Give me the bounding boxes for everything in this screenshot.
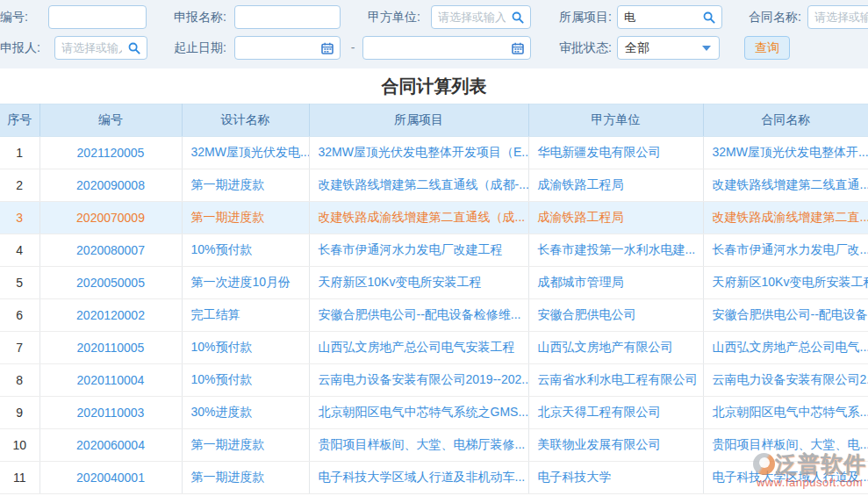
page-title: 合同计算列表 [0,68,868,104]
table-row[interactable]: 112020040001第一期进度款电子科技大学区域人行道及非机动车...电子科… [0,462,868,494]
table-body: 1202112000532MW屋顶光伏发电...32MW屋顶光伏发电整体开发项目… [0,137,868,494]
table-row[interactable]: 1202112000532MW屋顶光伏发电...32MW屋顶光伏发电整体开发项目… [0,137,868,169]
cell-design: 第一期进度款 [182,169,309,202]
cell-contract: 北京朝阳区电气中芯特气系... [703,397,868,429]
cell-code[interactable]: 2020090008 [39,169,182,202]
search-icon[interactable] [128,42,140,54]
cell-party: 安徽合肥供电公司 [528,299,703,332]
cell-no: 4 [0,234,39,267]
cell-code[interactable]: 2020060004 [39,429,182,462]
cell-design: 完工结算 [182,299,309,332]
cell-no: 5 [0,267,39,299]
cell-party: 成都城市管理局 [528,267,703,299]
cell-project: 云南电力设备安装有限公司2019--202... [309,364,528,397]
calendar-icon[interactable] [512,42,524,54]
report-no-label: 申报编号: [0,5,28,29]
report-no-field-wrap [48,5,147,29]
cell-project: 改建铁路成渝线增建第二直通线（成... [309,202,528,234]
table-row[interactable]: 22020090008第一期进度款改建铁路线增建第二线直通线（成都-...成渝铁… [0,169,868,202]
column-header-project: 所属项目 [309,104,528,137]
cell-contract: 安徽合肥供电公司--配电设备... [703,299,868,332]
table-row[interactable]: 7202011000510%预付款山西弘文房地产总公司电气安装工程山西弘文房地产… [0,332,868,364]
filter-bar: 申报编号: 申报名称: 甲方单位: 所属项目: 合同名称: 申报人: 起止日期: [0,0,868,68]
table-header-row: 序号 编号 设计名称 所属项目 甲方单位 合同名称 [0,104,868,137]
party-field-wrap [431,5,531,29]
table-row[interactable]: 9202011000330%进度款北京朝阳区电气中芯特气系统之GMS...北京天… [0,397,868,429]
cell-code[interactable]: 2020050005 [39,267,182,299]
contract-table: 序号 编号 设计名称 所属项目 甲方单位 合同名称 1202112000532M… [0,104,868,494]
contract-input[interactable] [808,11,868,24]
cell-project: 改建铁路线增建第二线直通线（成都-... [309,169,528,202]
cell-no: 8 [0,364,39,397]
party-input[interactable] [432,11,512,24]
cell-no: 3 [0,202,39,234]
cell-project: 贵阳项目样板间、大堂、电梯厅装修... [309,429,528,462]
approval-status-select[interactable]: 全部 [617,36,720,60]
cell-party: 美联物业发展有限公司 [528,429,703,462]
cell-design: 10%预付款 [182,332,309,364]
date-range-separator: - [348,36,358,60]
column-header-no: 序号 [0,104,39,137]
cell-no: 2 [0,169,39,202]
date-range-label: 起止日期: [174,36,226,60]
applicant-field-wrap [54,36,147,60]
cell-party: 电子科技大学 [528,462,703,494]
report-no-input[interactable] [49,11,146,24]
cell-party: 华电新疆发电有限公司 [528,137,703,169]
cell-no: 9 [0,397,39,429]
cell-code[interactable]: 2021120005 [39,137,182,169]
cell-project: 电子科技大学区域人行道及非机动车... [309,462,528,494]
cell-no: 7 [0,332,39,364]
search-icon[interactable] [512,11,524,24]
decl-name-input[interactable] [235,11,340,24]
cell-no: 10 [0,429,39,462]
cell-contract: 改建铁路线增建第二线直通... [703,169,868,202]
decl-name-field-wrap [234,5,341,29]
cell-design: 第一期进度款 [182,462,309,494]
applicant-label: 申报人: [0,36,40,60]
cell-contract: 云南电力设备安装有限公司2... [703,364,868,397]
chevron-down-icon [702,46,711,51]
cell-code[interactable]: 2020110003 [39,397,182,429]
project-input[interactable] [618,11,703,24]
cell-party: 云南省水利水电工程有限公司 [528,364,703,397]
cell-party: 成渝铁路工程局 [528,169,703,202]
query-button[interactable]: 查询 [744,36,790,60]
table-row[interactable]: 102020060004第一期进度款贵阳项目样板间、大堂、电梯厅装修...美联物… [0,429,868,462]
cell-contract: 贵阳项目样板间、大堂、电... [703,429,868,462]
cell-party: 长春市建投第一水利水电建... [528,234,703,267]
search-icon[interactable] [703,11,715,24]
cell-code[interactable]: 2020110005 [39,332,182,364]
date-end-input[interactable] [363,41,512,54]
table-row[interactable]: 62020120002完工结算安徽合肥供电公司--配电设备检修维...安徽合肥供… [0,299,868,332]
decl-name-label: 申报名称: [174,5,226,29]
cell-code[interactable]: 2020120002 [39,299,182,332]
cell-party: 山西弘文房地产有限公司 [528,332,703,364]
cell-no: 6 [0,299,39,332]
project-label: 所属项目: [559,5,612,29]
column-header-contract: 合同名称 [703,104,868,137]
cell-project: 北京朝阳区电气中芯特气系统之GMS... [309,397,528,429]
table-row[interactable]: 52020050005第一次进度10月份天府新区10Kv变电所安装工程成都城市管… [0,267,868,299]
cell-design: 第一期进度款 [182,202,309,234]
cell-contract: 32MW屋顶光伏发电整体开... [703,137,868,169]
date-start-input[interactable] [235,41,321,54]
calendar-icon[interactable] [321,42,334,54]
applicant-input[interactable] [55,41,128,54]
cell-project: 长春市伊通河水力发电厂改建工程 [309,234,528,267]
table-row[interactable]: 32020070009第一期进度款改建铁路成渝线增建第二直通线（成...成渝铁路… [0,202,868,234]
contract-label: 合同名称: [749,5,801,29]
cell-contract: 电子科技大学区域人行道及... [703,462,868,494]
contract-field-wrap [807,5,868,29]
cell-party: 成渝铁路工程局 [528,202,703,234]
cell-design: 第一次进度10月份 [182,267,309,299]
table-row[interactable]: 4202008000710%预付款长春市伊通河水力发电厂改建工程长春市建投第一水… [0,234,868,267]
cell-code[interactable]: 2020070009 [39,202,182,234]
cell-no: 11 [0,462,39,494]
cell-code[interactable]: 2020040001 [39,462,182,494]
cell-code[interactable]: 2020080007 [39,234,182,267]
table-row[interactable]: 8202011000410%预付款云南电力设备安装有限公司2019--202..… [0,364,868,397]
cell-contract: 天府新区10Kv变电所安装工程 [703,267,868,299]
cell-no: 1 [0,137,39,169]
cell-code[interactable]: 2020110004 [39,364,182,397]
